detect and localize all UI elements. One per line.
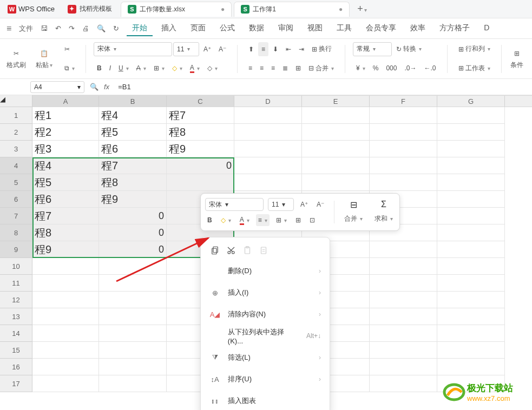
font-color-button[interactable]: A▾ [187, 61, 203, 75]
align-bottom-icon[interactable]: ⬇ [270, 42, 281, 56]
col-header-C[interactable]: C [167, 96, 234, 107]
print-icon[interactable]: 🖨 [79, 22, 93, 36]
decrease-decimal-icon[interactable]: ←.0 [421, 61, 439, 75]
cell-B2[interactable]: 程5 [99, 124, 167, 141]
cell-B7[interactable]: 0 [99, 208, 167, 224]
paste-button[interactable]: 📋 粘贴▾ [32, 47, 56, 71]
row-header-2[interactable]: 2 [0, 124, 32, 141]
cell-G12[interactable] [437, 292, 505, 308]
conditional-button[interactable]: ⊞ 条件 [507, 47, 527, 71]
comma-icon[interactable]: 000 [383, 61, 400, 75]
row-header-11[interactable]: 11 [0, 275, 32, 292]
cell-F13[interactable] [370, 308, 437, 325]
ctx-clear[interactable]: A◢清除内容(N) › [201, 303, 330, 325]
cell-C1[interactable]: 程7 [167, 107, 234, 124]
mini-format-button[interactable]: ⊡ [307, 214, 317, 226]
cell-G9[interactable] [437, 241, 505, 258]
cell-F17[interactable] [370, 375, 437, 392]
cell-A1[interactable]: 程1 [32, 107, 99, 124]
cell-E5[interactable] [302, 174, 370, 191]
mini-insert-button[interactable]: ⊞ [293, 214, 303, 226]
tab-formula[interactable]: 公式 [214, 21, 240, 36]
row-header-5[interactable]: 5 [0, 174, 32, 191]
row-header-10[interactable]: 10 [0, 258, 32, 275]
cell-E2[interactable] [302, 124, 370, 141]
mini-border-button[interactable]: ⊞▾ [274, 214, 289, 226]
cell-B12[interactable] [99, 292, 167, 308]
ctx-cut-icon[interactable] [226, 245, 237, 256]
cell-F11[interactable] [370, 275, 437, 292]
row-header-3[interactable]: 3 [0, 141, 32, 157]
align-middle-icon[interactable]: ≡ [258, 42, 268, 56]
cell-G1[interactable] [437, 107, 505, 124]
cell-A15[interactable] [32, 342, 99, 359]
new-tab-button[interactable]: +▾ [352, 3, 372, 15]
tab-review[interactable]: 审阅 [273, 21, 299, 36]
hamburger-icon[interactable]: ≡ [3, 22, 15, 36]
tab-tools[interactable]: 工具 [331, 21, 357, 36]
cell-C2[interactable]: 程8 [167, 124, 234, 141]
cell-B16[interactable] [99, 359, 167, 375]
ctx-copy-icon[interactable] [209, 245, 220, 256]
row-header-16[interactable]: 16 [0, 359, 32, 375]
cell-B8[interactable]: 0 [99, 224, 167, 241]
cell-G6[interactable] [437, 191, 505, 208]
tab-view[interactable]: 视图 [302, 21, 328, 36]
convert-button[interactable]: ↻ 转换▾ [393, 42, 425, 56]
cell-A12[interactable] [32, 292, 99, 308]
ctx-insert[interactable]: ⊕插入(I) › [201, 282, 330, 303]
cell-D5[interactable] [234, 174, 302, 191]
increase-font-icon[interactable]: A⁺ [200, 42, 214, 56]
cell-A2[interactable]: 程2 [32, 124, 99, 141]
currency-icon[interactable]: ¥▾ [353, 61, 369, 75]
cell-B14[interactable] [99, 325, 167, 342]
cell-B15[interactable] [99, 342, 167, 359]
file-menu[interactable]: 文件 [16, 22, 36, 36]
mini-fill-button[interactable]: ◇▾ [219, 214, 233, 226]
ctx-sort[interactable]: ↕A排序(U) › [201, 368, 330, 390]
percent-icon[interactable]: % [370, 61, 382, 75]
cell-D3[interactable] [234, 141, 302, 157]
cell-A6[interactable]: 程6 [32, 191, 99, 208]
cell-F15[interactable] [370, 342, 437, 359]
cell-F14[interactable] [370, 325, 437, 342]
cell-A8[interactable]: 程8 [32, 224, 99, 241]
cell-B6[interactable]: 程9 [99, 191, 167, 208]
cut-icon[interactable]: ✂ [61, 42, 73, 56]
align-top-icon[interactable]: ⬆ [245, 42, 257, 56]
row-header-15[interactable]: 15 [0, 342, 32, 359]
cell-A10[interactable] [32, 258, 99, 275]
mini-font-color-button[interactable]: A▾ [238, 214, 252, 226]
increase-indent-icon[interactable]: ⇥ [295, 42, 307, 56]
tab-home[interactable]: 开始 [127, 21, 153, 36]
select-all-corner[interactable]: ◢ [0, 95, 32, 107]
row-header-6[interactable]: 6 [0, 191, 32, 208]
tab-efficiency[interactable]: 效率 [405, 21, 431, 36]
cell-A17[interactable] [32, 375, 99, 392]
tab-page[interactable]: 页面 [185, 21, 211, 36]
mini-font-select[interactable]: 宋体▾ [205, 198, 264, 211]
cell-F4[interactable] [370, 157, 437, 174]
row-header-7[interactable]: 7 [0, 208, 32, 224]
cell-F1[interactable] [370, 107, 437, 124]
cell-G10[interactable] [437, 258, 505, 275]
cell-B5[interactable]: 程8 [99, 174, 167, 191]
row-header-4[interactable]: 4 [0, 157, 32, 174]
cell-A14[interactable] [32, 325, 99, 342]
row-header-9[interactable]: 9 [0, 241, 32, 258]
tab-fanggezhi[interactable]: 方方格子 [434, 21, 475, 36]
font-size-select[interactable]: 11▾ [173, 42, 199, 56]
tab-insert[interactable]: 插入 [156, 21, 182, 36]
cell-G4[interactable] [437, 157, 505, 174]
align-center-icon[interactable]: ≡ [257, 61, 267, 75]
cell-A11[interactable] [32, 275, 99, 292]
col-header-B[interactable]: B [99, 96, 167, 107]
row-header-12[interactable]: 12 [0, 292, 32, 308]
cell-G8[interactable] [437, 224, 505, 241]
zoom-icon[interactable]: 🔍 [90, 83, 98, 91]
cell-A5[interactable]: 程5 [32, 174, 99, 191]
col-header-E[interactable]: E [302, 96, 370, 107]
col-header-D[interactable]: D [234, 96, 302, 107]
wrap-button[interactable]: ⊞ 换行 [308, 42, 335, 56]
redo-icon[interactable]: ↷ [65, 22, 78, 36]
